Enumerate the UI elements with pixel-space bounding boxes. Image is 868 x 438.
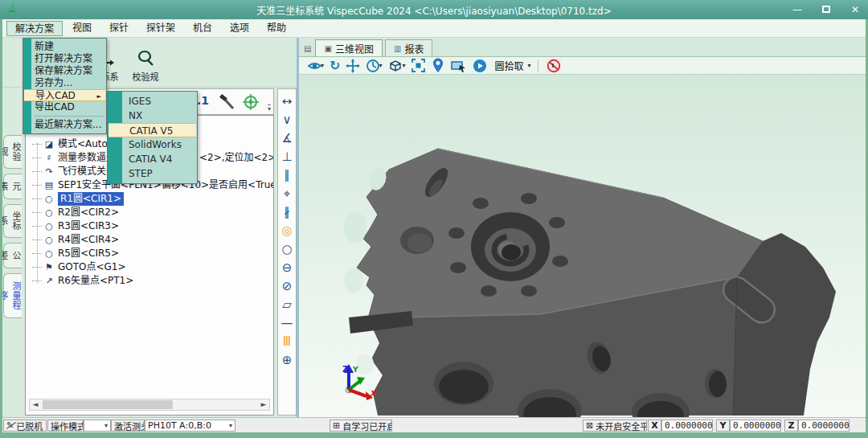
tab-measure-program[interactable]: 测量程序	[3, 273, 22, 318]
runout-icon[interactable]: ⊘	[282, 277, 293, 296]
tree-horizontal-scrollbar[interactable]: ◄ ►	[29, 399, 270, 411]
self-learning-status[interactable]: ⊞ 自学习已开启	[330, 420, 392, 432]
menu-options[interactable]: 选项	[222, 21, 257, 36]
decimal-places-button[interactable]: .1	[197, 94, 209, 107]
3d-view-tab-icon: ▣	[324, 44, 331, 53]
submenu-item-step[interactable]: STEP	[108, 166, 197, 181]
construct-button[interactable]	[217, 92, 236, 114]
locate-button[interactable]	[432, 58, 444, 74]
menu-view[interactable]: 视图	[64, 21, 100, 36]
submenu-item-iges[interactable]: IGES	[108, 94, 197, 108]
position-icon[interactable]: ⌖	[284, 185, 290, 203]
window-border-left	[0, 19, 2, 438]
tab-bar-menu-icon[interactable]: ▤	[302, 44, 313, 56]
straightness-icon[interactable]: —	[281, 314, 293, 333]
circle-icon: ○	[43, 219, 55, 233]
operation-mode-label: 操作模式	[47, 420, 84, 432]
chevron-down-icon: ▾	[101, 422, 108, 429]
stop-button[interactable]	[546, 58, 562, 74]
alignment-button[interactable]	[241, 92, 260, 114]
fit-brackets-icon	[411, 58, 426, 73]
line-profile-icon[interactable]: Ⅲ	[283, 333, 291, 351]
menu-item-new[interactable]: 新建	[23, 41, 106, 53]
safety-plane-off-icon: ⊠	[586, 420, 593, 431]
toolbar-overflow-button[interactable]: ▾	[268, 104, 271, 113]
tab-tolerance[interactable]: 公差	[3, 243, 22, 268]
operation-mode-select[interactable]: ▾	[84, 420, 111, 432]
view-orientation-button[interactable]: ▾	[366, 58, 382, 74]
run-button[interactable]	[473, 58, 487, 74]
angle-icon[interactable]: ∨	[283, 111, 292, 129]
submenu-item-catia-v5[interactable]: CATIA V5	[108, 123, 196, 137]
tree-item-circle-r4[interactable]: ○ R4圆<CIR4>	[26, 233, 273, 247]
concentricity-icon[interactable]: ∦	[284, 203, 290, 222]
menu-item-save-as[interactable]: 另存为...	[23, 77, 106, 89]
maximize-button[interactable]	[818, 4, 834, 15]
menu-item-save-solution[interactable]: 保存解决方案	[23, 65, 106, 77]
tree-item-circle-r5[interactable]: ○ R5圆<CIR5>	[26, 247, 273, 260]
pick-dropdown-icon[interactable]: ▾	[527, 62, 530, 69]
roundness-icon[interactable]: ○	[281, 240, 292, 259]
tree-item-circle-r3[interactable]: ○ R3圆<CIR3>	[26, 219, 273, 233]
offline-status[interactable]: ✎ 已脱机	[3, 420, 47, 432]
menu-probe-rack[interactable]: 探针架	[138, 21, 183, 36]
close-button[interactable]: ✕	[847, 4, 863, 15]
prohibit-icon	[547, 59, 561, 73]
parallelism-icon[interactable]: ∥	[284, 166, 290, 185]
submenu-item-nx[interactable]: NX	[108, 108, 197, 123]
symmetry-icon[interactable]: ⊖	[282, 259, 293, 277]
select-window-icon	[450, 59, 467, 73]
fit-view-button[interactable]	[411, 58, 426, 74]
tab-coordinate-system[interactable]: 坐标系	[3, 204, 22, 238]
rotate-view-button[interactable]: ↻	[330, 58, 340, 74]
scrollbar-thumb[interactable]	[43, 400, 173, 409]
3d-viewport[interactable]: Z Y X	[299, 75, 866, 417]
tree-item-vector-point[interactable]: ↗ R6矢量点<PT1>	[26, 274, 273, 288]
menu-item-recent-solutions[interactable]: 最近解决方案...	[23, 119, 106, 131]
safety-plane-status[interactable]: ⊠ 未开启安全平面	[583, 420, 647, 432]
menu-item-open-solution[interactable]: 打开解决方案	[23, 53, 106, 65]
pan-view-button[interactable]	[346, 58, 360, 74]
tab-elements[interactable]: 元素	[3, 174, 22, 199]
perpendicularity-icon[interactable]: ⊥	[281, 148, 292, 166]
circle-pick-button[interactable]: 圆拾取	[494, 59, 523, 72]
target-icon	[241, 92, 260, 112]
magnifier-icon	[136, 49, 155, 68]
tab-3d-view[interactable]: ▣ 三维视图	[315, 39, 382, 56]
menu-item-export-cad[interactable]: 导出CAD	[23, 101, 106, 113]
minimize-button[interactable]: —	[789, 4, 805, 15]
menu-help[interactable]: 帮助	[259, 21, 294, 36]
params-icon: ♯	[43, 151, 55, 165]
distance-icon[interactable]: ↔	[282, 92, 293, 111]
angularity-icon[interactable]: ∡	[281, 129, 292, 148]
tree-item-circle-r2[interactable]: ○ R2圆<CIR2>	[26, 206, 273, 219]
active-probe-label: 激活测头	[111, 420, 145, 432]
menu-item-import-cad[interactable]: 导入CAD	[24, 89, 105, 101]
submenu-item-solidworks[interactable]: SolidWorks	[108, 137, 197, 152]
scroll-right-icon[interactable]: ►	[258, 399, 269, 410]
total-runout-icon[interactable]: ⊕	[282, 351, 293, 370]
tab-report[interactable]: ▥ 报表	[385, 39, 432, 56]
menu-machine[interactable]: 机台	[185, 21, 220, 36]
gauge-check-button[interactable]: 校验规	[125, 49, 166, 83]
menu-solution[interactable]: 解决方案	[6, 21, 63, 36]
pan-arrows-icon	[346, 59, 360, 73]
menu-bar: 解决方案 视图 探针 探针架 机台 选项 帮助	[0, 19, 868, 38]
scroll-left-icon[interactable]: ◄	[30, 399, 41, 410]
coaxiality-icon[interactable]: ◎	[281, 222, 292, 240]
window-select-button[interactable]	[450, 58, 467, 74]
play-icon	[473, 59, 487, 73]
chevron-down-icon: ▾	[226, 422, 232, 429]
standard-views-button[interactable]: ▾	[387, 58, 405, 74]
visibility-button[interactable]: ▾	[307, 58, 324, 74]
tab-gauge-check[interactable]: 校验规	[3, 135, 22, 169]
view-toolbar: ▾ ↻ ▾ ▾	[299, 57, 866, 75]
tree-item-goto-point[interactable]: ⚑ GOTO点<G1>	[26, 260, 273, 274]
tree-item-circle-r1[interactable]: ○ R1圆<CIR1>	[26, 192, 273, 206]
circle-icon: ○	[43, 247, 55, 260]
submenu-item-catia-v4[interactable]: CATIA V4	[108, 152, 197, 166]
z-axis-label: Z	[784, 420, 798, 432]
menu-probe[interactable]: 探针	[101, 21, 137, 36]
flatness-icon[interactable]: ▱	[282, 296, 292, 314]
active-probe-select[interactable]: PH10T A:0,B:0 ▾	[145, 420, 235, 432]
